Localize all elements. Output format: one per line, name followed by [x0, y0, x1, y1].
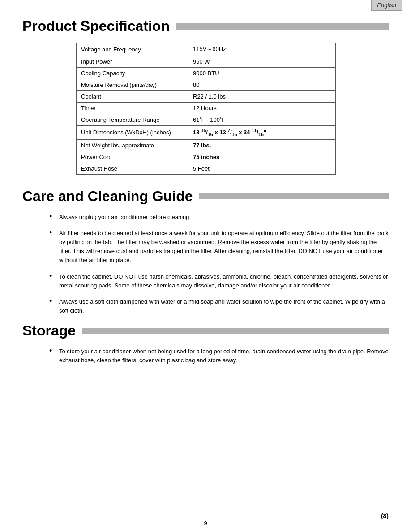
spec-value: 61˚F - 100˚F	[188, 114, 336, 126]
spec-label: Net Weight lbs. approximate	[77, 139, 188, 151]
table-row: Input Power950 W	[77, 56, 336, 68]
list-item: •To store your air conditioner when not …	[49, 347, 389, 365]
spec-label: Timer	[77, 103, 188, 114]
care-cleaning-title: Care and Cleaning Guide	[22, 188, 199, 205]
bullet-text: Always use a soft cloth dampened with wa…	[59, 297, 389, 315]
product-spec-bar	[176, 23, 389, 30]
product-spec-heading: Product Specification	[22, 18, 389, 34]
bullet-icon: •	[49, 346, 56, 356]
list-item: •Always use a soft cloth dampened with w…	[49, 297, 389, 315]
spec-label: Exhaust Hose	[77, 163, 188, 174]
table-row: Operating Temperature Range61˚F - 100˚F	[77, 114, 336, 126]
list-item: •To clean the cabinet, DO NOT use harsh …	[49, 272, 389, 290]
spec-value: 77 lbs.	[188, 139, 336, 151]
spec-label: Power Cord	[77, 151, 188, 163]
bullet-icon: •	[49, 296, 56, 306]
table-row: CoolantR22 / 1.0 lbs	[77, 91, 336, 103]
bullet-text: To clean the cabinet, DO NOT use harsh c…	[59, 272, 389, 290]
spec-value: 75 inches	[188, 151, 336, 163]
spec-label: Coolant	[77, 91, 188, 103]
spec-label: Input Power	[77, 56, 188, 68]
spec-value: 950 W	[188, 56, 336, 68]
table-row: Unit Dimensions (WxDxH) (inches)18 15/16…	[77, 126, 336, 140]
list-item: •Air filter needs to be cleaned at least…	[49, 229, 389, 265]
bullet-text: Always unplug your air conditioner befor…	[59, 213, 389, 222]
storage-bullet-list: •To store your air conditioner when not …	[49, 347, 389, 365]
page-number-right: (8)	[381, 512, 389, 519]
bullet-text: To store your air conditioner when not b…	[59, 347, 389, 365]
bullet-icon: •	[49, 228, 56, 238]
spec-label: Unit Dimensions (WxDxH) (inches)	[77, 126, 188, 140]
bullet-icon: •	[49, 212, 56, 222]
care-bullet-list: •Always unplug your air conditioner befo…	[49, 213, 389, 315]
care-cleaning-bar	[199, 193, 389, 199]
product-spec-title: Product Specification	[22, 18, 176, 34]
spec-value: 115V～60Hz	[188, 43, 336, 56]
table-row: Timer12 Hours	[77, 103, 336, 114]
spec-value: 12 Hours	[188, 103, 336, 114]
spec-label: Operating Temperature Range	[77, 114, 188, 126]
spec-label: Voltage and Frequency	[77, 43, 188, 56]
spec-label: Cooling Capacity	[77, 68, 188, 79]
table-row: Power Cord75 inches	[77, 151, 336, 163]
spec-value: R22 / 1.0 lbs	[188, 91, 336, 103]
storage-title: Storage	[22, 322, 82, 339]
table-row: Exhaust Hose5 Feet	[77, 163, 336, 174]
spec-value: 80	[188, 79, 336, 91]
spec-value: 18 15/16 x 13 7/16 x 34 11/16"	[188, 126, 336, 140]
spec-value: 5 Feet	[188, 163, 336, 174]
storage-heading: Storage	[22, 322, 389, 339]
table-row: Cooling Capacity9000 BTU	[77, 68, 336, 79]
storage-bar	[82, 328, 389, 334]
list-item: •Always unplug your air conditioner befo…	[49, 213, 389, 222]
care-cleaning-heading: Care and Cleaning Guide	[22, 188, 389, 205]
page-number-center: 9	[204, 520, 207, 527]
spec-label: Moisture Removal (pints/day)	[77, 79, 188, 91]
page-content: Product Specification Voltage and Freque…	[0, 0, 411, 395]
spec-value: 9000 BTU	[188, 68, 336, 79]
bullet-icon: •	[49, 271, 56, 281]
table-row: Voltage and Frequency115V～60Hz	[77, 43, 336, 56]
bullet-text: Air filter needs to be cleaned at least …	[59, 229, 389, 265]
table-row: Net Weight lbs. approximate77 lbs.	[77, 139, 336, 151]
spec-table: Voltage and Frequency115V～60HzInput Powe…	[76, 43, 336, 175]
table-row: Moisture Removal (pints/day)80	[77, 79, 336, 91]
